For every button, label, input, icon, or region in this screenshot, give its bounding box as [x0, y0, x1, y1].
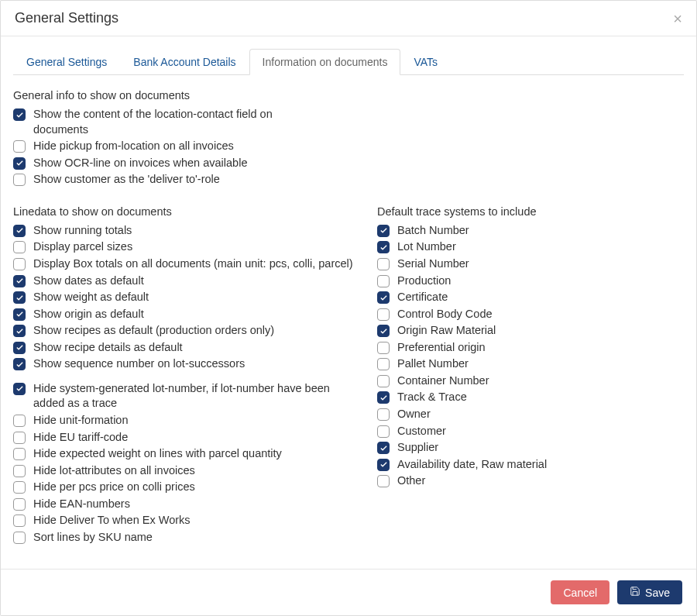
- checkbox-row: Hide EU tariff-code: [13, 429, 354, 446]
- section-title-trace: Default trace systems to include: [377, 205, 684, 218]
- checkbox[interactable]: [377, 408, 390, 421]
- checkbox-row: Availability date, Raw material: [377, 456, 684, 473]
- checkbox-row: Preferential origin: [377, 339, 684, 356]
- checkbox-list-trace: Batch NumberLot NumberSerial NumberProdu…: [377, 222, 684, 490]
- checkbox-label: Hide per pcs price on colli prices: [33, 480, 195, 495]
- checkbox[interactable]: [13, 432, 26, 444]
- checkbox[interactable]: [377, 241, 390, 253]
- checkbox-label: Hide EAN-numbers: [33, 497, 130, 512]
- checkbox-label: Display parcel sizes: [33, 239, 132, 255]
- checkbox-row: Batch Number: [377, 222, 684, 239]
- checkbox-label: Hide expected weight on lines with parce…: [33, 446, 282, 462]
- checkbox[interactable]: [377, 225, 390, 237]
- checkbox-row: Show the content of the location-contact…: [13, 106, 323, 138]
- checkbox[interactable]: [13, 465, 26, 477]
- checkbox-label: Pallet Number: [397, 356, 469, 372]
- section-linedata: Linedata to show on documents Show runni…: [13, 205, 354, 546]
- tab-bar: General SettingsBank Account DetailsInfo…: [13, 49, 684, 75]
- checkbox-list-general: Show the content of the location-contact…: [13, 106, 323, 188]
- checkbox-label: Control Body Code: [397, 307, 493, 322]
- checkbox[interactable]: [377, 475, 390, 487]
- checkbox[interactable]: [13, 258, 26, 270]
- checkbox[interactable]: [377, 459, 390, 471]
- checkbox-label: Hide Deliver To when Ex Works: [33, 513, 191, 528]
- checkbox[interactable]: [13, 140, 26, 153]
- tab-information-on-documents[interactable]: Information on documents: [249, 49, 401, 75]
- checkbox-label: Hide system-generated lot-number, if lot…: [33, 381, 354, 411]
- checkbox[interactable]: [377, 291, 390, 304]
- checkbox-label: Hide lot-attributes on all invoices: [33, 463, 195, 479]
- section-title-linedata: Linedata to show on documents: [13, 205, 354, 218]
- checkbox[interactable]: [13, 275, 26, 287]
- checkbox[interactable]: [377, 325, 390, 337]
- checkbox-label: Show OCR-line on invoices when available: [33, 156, 247, 171]
- checkbox-label: Lot Number: [397, 239, 456, 255]
- close-icon[interactable]: ×: [673, 11, 682, 26]
- tab-general-settings[interactable]: General Settings: [13, 49, 120, 75]
- checkbox-row: Hide system-generated lot-number, if lot…: [13, 380, 354, 412]
- checkbox[interactable]: [377, 342, 390, 354]
- checkbox-label: Hide EU tariff-code: [33, 430, 128, 446]
- checkbox-label: Availability date, Raw material: [397, 457, 547, 473]
- checkbox-label: Display Box totals on all documents (mai…: [33, 256, 353, 272]
- checkbox-label: Serial Number: [397, 256, 469, 272]
- checkbox[interactable]: [377, 442, 390, 454]
- checkbox[interactable]: [13, 157, 26, 170]
- checkbox[interactable]: [13, 358, 26, 370]
- modal-body: General SettingsBank Account DetailsInfo…: [1, 36, 696, 569]
- checkbox[interactable]: [13, 415, 26, 427]
- cancel-button[interactable]: Cancel: [551, 580, 609, 604]
- checkbox[interactable]: [377, 358, 390, 370]
- checkbox-row: Customer: [377, 423, 684, 440]
- checkbox-row: Hide EAN-numbers: [13, 496, 354, 513]
- modal-header: General Settings ×: [1, 1, 696, 36]
- checkbox-row: Supplier: [377, 439, 684, 456]
- checkbox[interactable]: [13, 498, 26, 511]
- checkbox-row: Hide per pcs price on colli prices: [13, 479, 354, 496]
- checkbox-row: Pallet Number: [377, 356, 684, 373]
- checkbox[interactable]: [377, 391, 390, 404]
- checkbox[interactable]: [13, 514, 26, 527]
- tab-vats[interactable]: VATs: [400, 49, 451, 75]
- checkbox[interactable]: [13, 174, 26, 186]
- checkbox[interactable]: [13, 325, 26, 337]
- checkbox-label: Supplier: [397, 440, 438, 456]
- checkbox-row: Hide Deliver To when Ex Works: [13, 512, 354, 529]
- tab-bank-account-details[interactable]: Bank Account Details: [120, 49, 249, 75]
- checkbox[interactable]: [377, 308, 390, 321]
- checkbox[interactable]: [13, 481, 26, 494]
- checkbox-label: Batch Number: [397, 223, 469, 239]
- checkbox[interactable]: [13, 241, 26, 253]
- checkbox-row: Hide expected weight on lines with parce…: [13, 446, 354, 463]
- checkbox[interactable]: [13, 225, 26, 237]
- checkbox-label: Certificate: [397, 290, 448, 305]
- checkbox[interactable]: [13, 342, 26, 354]
- checkbox-row: Certificate: [377, 289, 684, 306]
- checkbox[interactable]: [13, 308, 26, 321]
- save-disk-icon: [630, 586, 640, 599]
- checkbox-row: Show dates as default: [13, 273, 354, 290]
- checkbox[interactable]: [377, 275, 390, 287]
- checkbox[interactable]: [13, 291, 26, 304]
- checkbox[interactable]: [13, 108, 26, 121]
- section-title-general: General info to show on documents: [13, 89, 684, 102]
- cancel-button-label: Cancel: [563, 587, 597, 599]
- checkbox-row: Control Body Code: [377, 306, 684, 323]
- checkbox[interactable]: [377, 258, 390, 270]
- checkbox[interactable]: [13, 383, 26, 395]
- checkbox[interactable]: [13, 532, 26, 544]
- checkbox[interactable]: [377, 425, 390, 438]
- checkbox-list-linedata: Show running totalsDisplay parcel sizesD…: [13, 222, 354, 546]
- checkbox-label: Show customer as the 'deliver to'-role: [33, 172, 220, 188]
- checkbox-label: Show weight as default: [33, 290, 149, 305]
- checkbox-row: Production: [377, 273, 684, 290]
- checkbox-row: Origin Raw Material: [377, 322, 684, 339]
- checkbox-label: Container Number: [397, 373, 489, 389]
- checkbox-label: Hide pickup from-location on all invoice…: [33, 139, 234, 154]
- checkbox[interactable]: [13, 448, 26, 460]
- save-button[interactable]: Save: [617, 580, 682, 604]
- section-general-info: General info to show on documents Show t…: [13, 89, 684, 188]
- checkbox[interactable]: [377, 375, 390, 387]
- checkbox-row: Show recipe details as default: [13, 339, 354, 356]
- modal-title: General Settings: [15, 10, 118, 26]
